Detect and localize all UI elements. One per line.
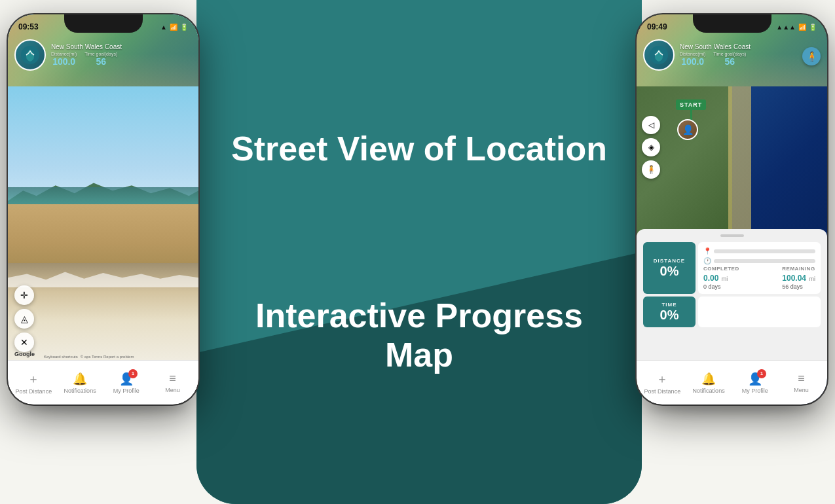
nav-label-profile-left: My Profile bbox=[113, 387, 139, 394]
bottom-nav-right: ＋ Post Distance 🔔 Notifications 👤 1 My P… bbox=[637, 360, 827, 405]
time-value-right: 56 bbox=[713, 56, 746, 67]
location-btn[interactable]: ◁ bbox=[642, 116, 660, 134]
nav-post-distance-right[interactable]: ＋ Post Distance bbox=[639, 371, 686, 395]
nav-post-distance-left[interactable]: ＋ Post Distance bbox=[10, 371, 57, 395]
app-stats-left: Distance(mi) 100.0 Time goal(days) 56 bbox=[51, 52, 192, 67]
nav-label-post-right: Post Distance bbox=[644, 388, 681, 395]
sv-compass-btn[interactable]: ◬ bbox=[14, 309, 34, 329]
menu-icon-right: ≡ bbox=[798, 372, 805, 386]
completed-unit: mi bbox=[722, 276, 728, 282]
distance-label-left: Distance(mi) bbox=[51, 52, 77, 56]
distance-label-right: Distance(mi) bbox=[680, 52, 705, 56]
right-phone-frame: START 👤 🧍 ◁ ◈ 🧍 09:49 bbox=[635, 13, 828, 406]
right-phone-screen: START 👤 🧍 ◁ ◈ 🧍 09:49 bbox=[637, 14, 827, 405]
distance-value-left: 100.0 bbox=[51, 56, 77, 67]
person-btn[interactable]: 🧍 bbox=[642, 160, 660, 179]
status-icons-right: ▲▲▲ 📶 🔋 bbox=[776, 24, 817, 31]
stats-filler bbox=[698, 297, 821, 327]
feature-title-1: Street View of Location bbox=[231, 130, 607, 169]
right-phone-wrapper: START 👤 🧍 ◁ ◈ 🧍 09:49 bbox=[635, 13, 828, 406]
menu-icon-left: ≡ bbox=[169, 372, 176, 386]
app-stats-right: Distance(mi) 100.0 Time goal(days) 56 bbox=[680, 52, 821, 67]
distance-stat-right: Distance(mi) 100.0 bbox=[680, 52, 705, 67]
time-box: TIME 0% bbox=[643, 297, 696, 327]
app-header-content-left: New South Wales Coast Distance(mi) 100.0… bbox=[8, 35, 198, 75]
progress-bar-row-2: 🕐 bbox=[703, 257, 815, 264]
center-text-area: Street View of Location Interactive Prog… bbox=[196, 0, 642, 504]
panel-handle bbox=[720, 234, 744, 237]
phone-notch-right bbox=[693, 14, 771, 33]
profile-badge-left: 1 bbox=[128, 369, 138, 378]
completed-value: 0.00 bbox=[703, 274, 718, 283]
sv-move-btn[interactable]: ✛ bbox=[14, 285, 34, 305]
nav-label-profile-right: My Profile bbox=[742, 387, 768, 394]
feature-title-2: Interactive Progress Map bbox=[223, 297, 616, 375]
nav-menu-right[interactable]: ≡ Menu bbox=[778, 372, 825, 393]
copyright-text: © aps Terms Report a problem bbox=[81, 355, 134, 359]
status-time-left: 09:53 bbox=[18, 22, 39, 31]
days-remaining: 56 days bbox=[782, 283, 815, 290]
status-icons-left: ▲ 📶 🔋 bbox=[160, 24, 188, 31]
distance-detail-box: 📍 🕐 bbox=[698, 242, 821, 294]
status-time-right: 09:49 bbox=[647, 22, 667, 31]
nav-label-post-left: Post Distance bbox=[16, 388, 52, 395]
progress-bars-top: 📍 🕐 bbox=[703, 246, 815, 266]
time-stat-right: Time goal(days) 56 bbox=[713, 52, 746, 67]
distance-box-pct: 0% bbox=[660, 264, 679, 278]
nav-label-notif-right: Notifications bbox=[693, 387, 725, 394]
distance-box: DISTANCE 0% bbox=[643, 242, 696, 294]
bell-icon-right: 🔔 bbox=[701, 372, 716, 386]
time-label-right: Time goal(days) bbox=[713, 52, 746, 56]
stats-grid: DISTANCE 0% 📍 bbox=[643, 242, 821, 327]
bell-icon-left: 🔔 bbox=[73, 372, 87, 386]
bottom-nav-left: ＋ Post Distance 🔔 Notifications 👤 1 My P… bbox=[8, 360, 198, 405]
app-header-info-right: New South Wales Coast Distance(mi) 100.0… bbox=[680, 43, 821, 67]
nav-notifications-left[interactable]: 🔔 Notifications bbox=[57, 372, 103, 394]
remaining-value: 100.04 bbox=[782, 274, 806, 283]
layers-btn[interactable]: ◈ bbox=[642, 138, 660, 156]
nav-notifications-right[interactable]: 🔔 Notifications bbox=[686, 372, 732, 394]
keyboard-shortcuts[interactable]: Keyboard shortcuts bbox=[44, 355, 78, 359]
clock-icon: 🕐 bbox=[703, 257, 711, 264]
stat-detail-row-1: COMPLETED 0.00 mi 0 days REMAINING bbox=[703, 266, 815, 290]
sv-close-btn[interactable]: ✕ bbox=[14, 333, 34, 352]
nav-profile-left[interactable]: 👤 1 My Profile bbox=[103, 372, 150, 394]
stats-panel: DISTANCE 0% 📍 bbox=[637, 229, 827, 360]
progress-track-1 bbox=[714, 249, 815, 253]
app-logo-right bbox=[643, 39, 675, 71]
sv-foam bbox=[8, 263, 198, 360]
remaining-unit: mi bbox=[809, 276, 816, 282]
google-watermark: Google bbox=[14, 351, 35, 357]
time-stat-left: Time goal(days) 56 bbox=[84, 52, 117, 67]
time-value-left: 56 bbox=[84, 56, 117, 67]
profile-icon-left: 👤 1 bbox=[119, 372, 134, 386]
remaining-label: REMAINING bbox=[782, 266, 815, 272]
remaining-section: REMAINING 100.04 mi 56 days bbox=[782, 266, 815, 290]
sv-controls: ✛ ◬ ✕ bbox=[14, 285, 34, 352]
progress-bar-row-1: 📍 bbox=[703, 247, 815, 255]
route-name-right: New South Wales Coast bbox=[680, 43, 821, 50]
left-phone-frame: 09:53 ▲ 📶 🔋 bbox=[7, 13, 200, 406]
completed-section: COMPLETED 0.00 mi 0 days bbox=[703, 266, 739, 290]
profile-icon-right: 👤 1 bbox=[748, 372, 762, 386]
nav-label-notif-left: Notifications bbox=[64, 387, 96, 394]
nav-menu-left[interactable]: ≡ Menu bbox=[149, 372, 196, 393]
nav-label-menu-right: Menu bbox=[794, 387, 809, 393]
time-label-left: Time goal(days) bbox=[84, 52, 117, 56]
distance-stat-left: Distance(mi) 100.0 bbox=[51, 52, 77, 67]
start-flag: START bbox=[676, 99, 706, 110]
app-header-info-left: New South Wales Coast Distance(mi) 100.0… bbox=[51, 43, 192, 67]
distance-value-right: 100.0 bbox=[680, 56, 705, 67]
distance-box-label: DISTANCE bbox=[654, 258, 685, 264]
plus-icon-left: ＋ bbox=[28, 371, 39, 387]
nav-label-menu-left: Menu bbox=[165, 387, 180, 393]
nav-profile-right[interactable]: 👤 1 My Profile bbox=[732, 372, 779, 394]
time-box-pct: 0% bbox=[660, 308, 679, 322]
days-completed: 0 days bbox=[703, 283, 739, 290]
left-phone-wrapper: 09:53 ▲ 📶 🔋 bbox=[7, 13, 200, 406]
pin-icon: 📍 bbox=[703, 247, 711, 255]
route-name-left: New South Wales Coast bbox=[51, 43, 192, 50]
profile-badge-right: 1 bbox=[757, 369, 766, 378]
app-logo-left bbox=[14, 39, 46, 71]
streetview-person-icon[interactable]: 🧍 bbox=[802, 47, 821, 65]
